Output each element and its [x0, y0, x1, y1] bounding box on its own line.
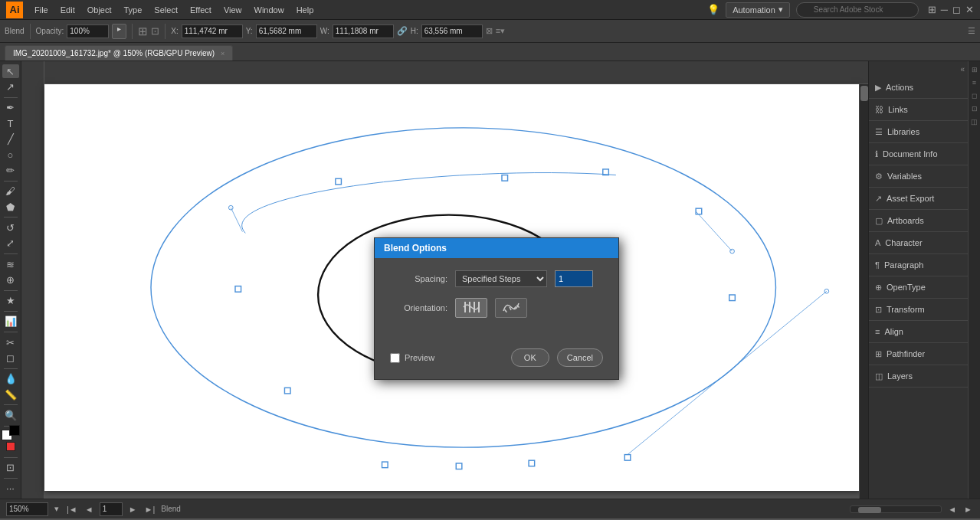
- opentype-label: OpenType: [887, 283, 962, 292]
- zoom-tool[interactable]: 🔍: [2, 408, 19, 422]
- strip-btn-4[interactable]: ⊡: [970, 103, 979, 114]
- transform-icon[interactable]: ⊡: [151, 25, 159, 37]
- next-page-btn[interactable]: ►: [127, 505, 139, 514]
- menu-select[interactable]: Select: [149, 4, 183, 16]
- panel-pathfinder-header[interactable]: ⊞ Pathfinder: [869, 343, 968, 365]
- align-icon[interactable]: ≡▾: [496, 26, 505, 36]
- restore-icon[interactable]: ◻: [952, 4, 961, 15]
- panel-character-header[interactable]: A Character: [869, 232, 968, 253]
- menu-type[interactable]: Type: [119, 4, 148, 16]
- tab-close-btn[interactable]: ×: [221, 50, 225, 57]
- line-tool[interactable]: ╱: [2, 132, 19, 146]
- cancel-button[interactable]: Cancel: [557, 348, 603, 367]
- automation-button[interactable]: Automation ▾: [726, 2, 790, 18]
- vertical-scrollbar[interactable]: [859, 84, 868, 499]
- panel-links-header[interactable]: ⛓ Links: [869, 99, 968, 120]
- search-stock-input[interactable]: [796, 2, 919, 18]
- panel-align-header[interactable]: ≡ Align: [869, 321, 968, 342]
- first-page-btn[interactable]: |◄: [65, 505, 79, 514]
- artboard-mode[interactable]: ⊡: [2, 460, 19, 474]
- paintbrush-tool[interactable]: 🖌: [2, 185, 19, 198]
- ruler-left: [21, 61, 44, 499]
- scroll-thumb-h[interactable]: [858, 507, 881, 513]
- panel-transform-header[interactable]: ⊡ Transform: [869, 299, 968, 320]
- measure-tool[interactable]: 📏: [2, 388, 19, 401]
- lightbulb-icon[interactable]: 💡: [707, 4, 719, 15]
- zoom-dropdown[interactable]: ▾: [53, 504, 61, 514]
- opacity-toggle[interactable]: ▸: [112, 24, 126, 39]
- panel-layers-header[interactable]: ◫ Layers: [869, 365, 968, 387]
- panel-variables-header[interactable]: ⚙ Variables: [869, 165, 968, 187]
- selection-tool[interactable]: ↖: [2, 64, 19, 78]
- strip-btn-2[interactable]: ≡: [971, 77, 978, 88]
- rotate-tool[interactable]: ↺: [2, 221, 19, 234]
- panel-libraries-header[interactable]: ☰ Libraries: [869, 121, 968, 142]
- ruler-top: [44, 61, 868, 84]
- menu-window[interactable]: Window: [249, 4, 290, 16]
- close-icon[interactable]: ✕: [965, 4, 974, 15]
- strip-btn-3[interactable]: ◻: [970, 90, 978, 101]
- transform-more[interactable]: ⊠: [486, 26, 493, 36]
- link-icon[interactable]: 🔗: [397, 26, 408, 36]
- free-transform-tool[interactable]: ⊕: [2, 273, 19, 286]
- menu-edit[interactable]: Edit: [55, 4, 80, 16]
- slice-tool[interactable]: ✂: [2, 335, 19, 349]
- preview-checkbox[interactable]: [390, 353, 400, 363]
- scroll-left-btn[interactable]: ◄: [946, 505, 958, 514]
- menu-help[interactable]: Help: [291, 4, 320, 16]
- none-swatch[interactable]: [6, 442, 15, 451]
- panel-artboards-header[interactable]: ▢ Artboards: [869, 210, 968, 231]
- panel-asset-export-header[interactable]: ↗ Asset Export: [869, 188, 968, 209]
- collapse-panel-btn[interactable]: «: [869, 61, 968, 77]
- x-input[interactable]: [182, 25, 243, 38]
- scroll-thumb-v[interactable]: [860, 86, 868, 101]
- menu-effect[interactable]: Effect: [185, 4, 217, 16]
- page-input[interactable]: [100, 502, 123, 516]
- panel-transform: ⊡ Transform: [869, 299, 968, 321]
- orientation-path-btn[interactable]: [495, 298, 527, 318]
- document-tab[interactable]: IMG_20201009_161732.jpg* @ 150% (RGB/GPU…: [5, 45, 233, 61]
- paragraph-label: Paragraph: [884, 260, 962, 270]
- menu-view[interactable]: View: [218, 4, 247, 16]
- panel-paragraph-header[interactable]: ¶ Paragraph: [869, 254, 968, 276]
- minimize-icon[interactable]: ─: [941, 4, 948, 15]
- canvas-white[interactable]: Blend Options Spacing: Specified Steps O…: [44, 84, 860, 491]
- panel-opentype-header[interactable]: ⊕ OpenType: [869, 276, 968, 298]
- steps-input[interactable]: [555, 270, 593, 287]
- warp-tool[interactable]: ≋: [2, 257, 19, 271]
- eyedropper-tool[interactable]: 💧: [2, 372, 19, 386]
- pen-tool[interactable]: ✒: [2, 101, 19, 115]
- fill-swatch[interactable]: [9, 425, 20, 436]
- direct-selection-tool[interactable]: ↗: [2, 80, 19, 93]
- arrange-icon[interactable]: ⊞: [928, 4, 936, 15]
- strip-btn-5[interactable]: ◫: [969, 116, 979, 127]
- blob-tool[interactable]: ⬟: [2, 200, 19, 214]
- zoom-input[interactable]: [6, 502, 48, 516]
- menu-object[interactable]: Object: [82, 4, 117, 16]
- type-tool[interactable]: T: [2, 116, 19, 130]
- symbol-tool[interactable]: ★: [2, 294, 19, 308]
- last-page-btn[interactable]: ►|: [143, 505, 157, 514]
- orientation-align-btn[interactable]: [455, 298, 487, 318]
- scroll-right-btn[interactable]: ►: [962, 505, 974, 514]
- opacity-input[interactable]: [67, 25, 109, 38]
- horizontal-scrollbar[interactable]: [850, 505, 942, 513]
- panel-toggle[interactable]: ☰: [968, 26, 975, 36]
- menu-file[interactable]: File: [29, 4, 54, 16]
- shape-tool[interactable]: ○: [2, 148, 19, 162]
- panel-actions-header[interactable]: ▶ Actions: [869, 77, 968, 98]
- eraser-tool[interactable]: ◻: [2, 351, 19, 365]
- pencil-tool[interactable]: ✏: [2, 163, 19, 177]
- column-graph-tool[interactable]: 📊: [2, 315, 19, 329]
- y-input[interactable]: [256, 25, 317, 38]
- h-input[interactable]: [421, 25, 483, 38]
- prev-page-btn[interactable]: ◄: [84, 505, 95, 514]
- w-input[interactable]: [333, 25, 394, 38]
- strip-btn-1[interactable]: ⊞: [970, 64, 979, 75]
- grid-icon[interactable]: ⊞: [138, 25, 148, 38]
- panel-document-info-header[interactable]: ℹ Document Info: [869, 143, 968, 165]
- spacing-select[interactable]: Specified Steps: [455, 270, 547, 287]
- more-tools[interactable]: ···: [2, 482, 19, 495]
- scale-tool[interactable]: ⤢: [2, 237, 19, 250]
- ok-button[interactable]: OK: [511, 348, 549, 367]
